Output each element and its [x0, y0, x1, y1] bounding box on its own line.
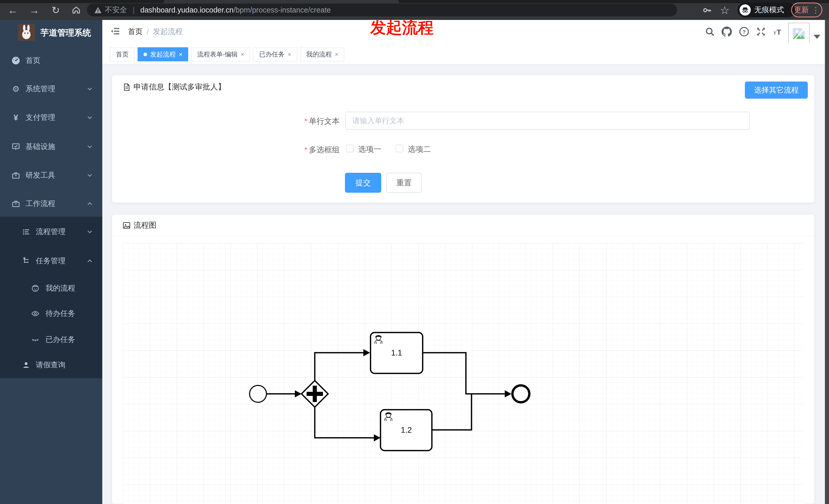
document-icon — [122, 83, 131, 91]
tab-close-icon[interactable]: × — [179, 51, 182, 58]
bpmn-arrowhead — [363, 349, 370, 356]
chevron-up-icon — [86, 200, 94, 207]
bpmn-arrowhead — [505, 390, 511, 397]
browser-home-button[interactable] — [70, 4, 83, 17]
bpmn-canvas[interactable]: 1.1 1.2 — [123, 243, 804, 504]
tab-done-tasks[interactable]: 已办任务 × — [253, 47, 297, 61]
choose-other-process-button[interactable]: 选择其它流程 — [745, 81, 808, 99]
url-separator: | — [133, 6, 135, 14]
sidebar-logo[interactable]: 芋道管理系统 — [0, 20, 102, 46]
collapse-sidebar-icon[interactable] — [110, 27, 120, 36]
incognito-icon — [740, 4, 751, 15]
sidebar-item-payment[interactable]: ¥ 支付管理 — [0, 110, 102, 125]
password-key-icon[interactable] — [700, 4, 713, 17]
required-asterisk: * — [304, 146, 308, 154]
bookmark-star-icon[interactable]: ☆ — [718, 4, 731, 17]
tab-close-icon[interactable]: × — [241, 51, 244, 58]
tab-close-icon[interactable]: × — [335, 51, 338, 58]
tab-my-process[interactable]: 我的流程 × — [300, 47, 344, 61]
chevron-down-icon — [86, 114, 94, 121]
bpmn-diagram: 1.1 1.2 — [123, 243, 804, 504]
briefcase-icon — [11, 199, 21, 208]
fullscreen-icon[interactable] — [755, 26, 767, 38]
monitor-icon — [11, 142, 21, 151]
update-button[interactable]: 更新 ⋮ — [791, 3, 822, 17]
avatar-dropdown-caret[interactable] — [814, 35, 820, 39]
sidebar-item-leave-query[interactable]: 请假查询 — [0, 357, 102, 373]
help-icon[interactable]: ? — [738, 26, 750, 38]
browser-active-tab[interactable] — [164, 0, 399, 3]
page-scrollbar[interactable] — [825, 20, 829, 504]
sidebar-item-infra[interactable]: 基础设施 — [0, 139, 102, 154]
breadcrumb-home[interactable]: 首页 — [128, 27, 143, 37]
sidebar-item-process-mgmt[interactable]: 流程管理 — [0, 224, 102, 239]
bpmn-start-event[interactable] — [250, 385, 266, 402]
sidebar-item-task-mgmt[interactable]: 任务管理 — [0, 254, 102, 268]
browser-forward-button[interactable]: → — [28, 4, 41, 17]
reset-button[interactable]: 重置 — [386, 173, 422, 193]
chevron-up-icon — [86, 257, 94, 265]
bpmn-flow-gateway-task2 — [315, 407, 374, 438]
tabs-bar: 首页 发起流程 × 流程表单-编辑 × 已办任务 × 我的流程 × — [102, 43, 829, 65]
tab-label: 发起流程 — [150, 50, 176, 59]
chevron-down-icon — [86, 85, 94, 93]
home-icon — [71, 5, 81, 15]
tab-home[interactable]: 首页 — [110, 47, 135, 61]
topbar: 首页 / 发起流程 ? TT — [102, 20, 829, 43]
yen-icon: ¥ — [11, 113, 21, 122]
checkbox-option-2-label[interactable]: 选项二 — [408, 144, 431, 155]
sidebar-item-label: 工作流程 — [26, 199, 55, 209]
dashboard-icon — [11, 56, 21, 65]
svg-text:T: T — [777, 28, 781, 36]
breadcrumb-separator: / — [147, 28, 149, 36]
security-label: 不安全 — [105, 5, 127, 15]
gateway-plus-icon — [313, 386, 317, 402]
sidebar-item-todo-tasks[interactable]: 待办任务 — [0, 306, 102, 321]
single-line-text-input[interactable] — [345, 112, 750, 130]
required-asterisk: * — [304, 117, 308, 125]
tab-label: 流程表单-编辑 — [197, 50, 238, 59]
bpmn-arrowhead — [295, 390, 301, 397]
tab-close-icon[interactable]: × — [288, 51, 291, 58]
checkbox-option-1[interactable] — [346, 145, 354, 152]
tab-label: 已办任务 — [259, 50, 285, 59]
font-size-icon[interactable]: TT — [771, 26, 784, 38]
process-diagram-card: 流程图 — [112, 214, 815, 504]
browser-reload-button[interactable]: ↻ — [49, 4, 62, 17]
user-avatar[interactable] — [788, 23, 809, 44]
sidebar-item-label: 待办任务 — [45, 308, 75, 319]
url-path: /bpm/process-instance/create — [233, 6, 331, 14]
sidebar-item-system[interactable]: ⚙ 系统管理 — [0, 81, 102, 96]
sidebar-item-workflow[interactable]: 工作流程 — [0, 196, 102, 211]
github-icon[interactable] — [721, 26, 733, 38]
breadcrumb: 首页 / 发起流程 — [128, 27, 183, 37]
bpmn-end-event[interactable] — [512, 385, 529, 402]
not-secure-warning-icon — [94, 7, 102, 13]
checkbox-group-label: *多选框组 — [276, 145, 339, 155]
sidebar-item-label: 基础设施 — [26, 142, 55, 152]
bpmn-task2-label: 1.2 — [401, 426, 412, 434]
diagram-card-title: 流程图 — [134, 220, 156, 231]
active-tab-dot — [143, 53, 147, 56]
browser-menu-dots-icon[interactable]: ⋮ — [812, 6, 820, 14]
bpmn-flow-gateway-task1 — [315, 353, 363, 381]
search-icon[interactable] — [704, 26, 716, 38]
tree-icon — [22, 256, 31, 266]
sidebar-item-home[interactable]: 首页 — [0, 53, 102, 68]
checkbox-option-2[interactable] — [396, 145, 403, 152]
submit-button[interactable]: 提交 — [345, 173, 381, 193]
bpmn-flow-task1-end — [423, 353, 505, 394]
sidebar-item-label: 我的流程 — [45, 283, 75, 294]
tab-label: 我的流程 — [306, 50, 332, 59]
chevron-down-icon — [86, 171, 94, 179]
checkbox-option-1-label[interactable]: 选项一 — [358, 144, 381, 155]
sidebar-item-my-process[interactable]: 我的流程 — [0, 281, 102, 296]
svg-text:?: ? — [743, 29, 746, 35]
url-bar[interactable]: 不安全 | dashboard.yudao.iocoder.cn/bpm/pro… — [87, 4, 677, 16]
tab-start-process[interactable]: 发起流程 × — [138, 47, 188, 61]
tab-process-form-edit[interactable]: 流程表单-编辑 × — [191, 47, 250, 61]
browser-back-button[interactable]: ← — [6, 4, 20, 17]
text-field-label: *单行文本 — [276, 116, 339, 126]
sidebar-item-devtools[interactable]: 研发工具 — [0, 168, 102, 183]
sidebar-item-done-tasks[interactable]: 已办任务 — [0, 332, 102, 347]
